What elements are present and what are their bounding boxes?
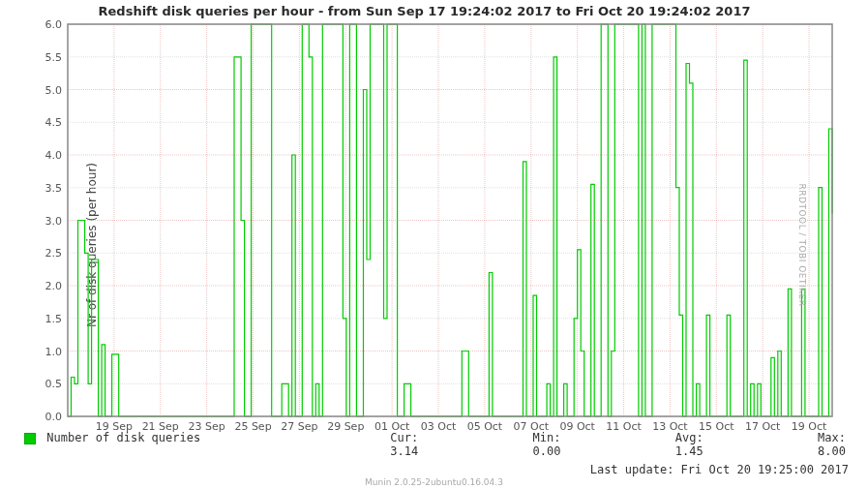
chart-title: Redshift disk queries per hour - from Su… <box>0 4 849 18</box>
svg-text:0.0: 0.0 <box>45 411 63 423</box>
svg-text:5.5: 5.5 <box>45 51 63 64</box>
last-update: Last update: Fri Oct 20 19:25:00 2017 <box>590 463 849 476</box>
legend-avg-label: Avg: <box>568 431 703 444</box>
svg-text:4.5: 4.5 <box>45 116 63 129</box>
legend-cur-value: 3.14 <box>283 444 418 458</box>
svg-text:1.5: 1.5 <box>45 313 63 325</box>
svg-text:6.0: 6.0 <box>45 18 63 31</box>
plot-area: 0.00.51.01.52.02.53.03.54.04.55.05.56.0 … <box>68 24 832 416</box>
svg-text:4.0: 4.0 <box>45 149 63 162</box>
footer-version: Munin 2.0.25-2ubuntu0.16.04.3 <box>0 477 868 487</box>
legend-series-label: Number of disk queries <box>46 431 200 444</box>
legend-max-value: 8.00 <box>710 444 846 458</box>
legend-avg-value: 1.45 <box>568 444 703 458</box>
svg-text:5.0: 5.0 <box>45 84 63 97</box>
legend-row: Number of disk queries Cur: 3.14 Min: 0.… <box>24 431 853 458</box>
svg-text:3.5: 3.5 <box>45 182 63 195</box>
svg-text:3.0: 3.0 <box>45 215 63 228</box>
legend-max-label: Max: <box>710 431 846 444</box>
plot-svg: 0.00.51.01.52.02.53.03.54.04.55.05.56.0 … <box>68 24 832 416</box>
legend-min-label: Min: <box>425 431 560 444</box>
munin-chart: Redshift disk queries per hour - from Su… <box>0 0 868 489</box>
legend-swatch <box>24 433 36 444</box>
legend-cur-label: Cur: <box>283 431 418 444</box>
svg-text:2.0: 2.0 <box>45 280 63 292</box>
svg-text:1.0: 1.0 <box>45 346 63 358</box>
legend-min-value: 0.00 <box>425 444 560 458</box>
rrdtool-watermark: RRDTOOL / TOBI OETIKER <box>798 183 808 306</box>
svg-text:0.5: 0.5 <box>45 378 63 390</box>
svg-text:2.5: 2.5 <box>45 247 63 260</box>
